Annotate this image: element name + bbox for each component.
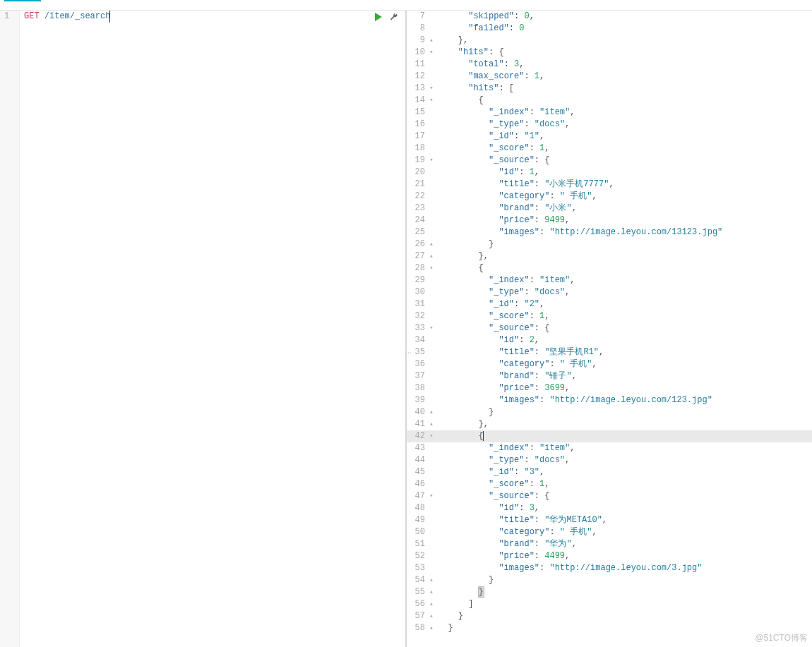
- fold-toggle-icon[interactable]: ▴: [428, 238, 435, 250]
- token-pun: ,: [565, 455, 570, 465]
- token-pun: :: [539, 227, 549, 237]
- token-pun: }: [489, 407, 494, 417]
- code-content: "brand": "小米",: [435, 202, 812, 214]
- token-str: "小米": [544, 203, 571, 213]
- response-line: 35 "title": "坚果手机R1",: [407, 346, 812, 358]
- token-pun: :: [535, 371, 544, 381]
- response-line: 55▴ }: [407, 586, 812, 598]
- fold-toggle-icon[interactable]: ▴: [428, 574, 435, 586]
- response-line: 41▴ },: [407, 418, 812, 430]
- token-pun: :: [524, 287, 534, 297]
- fold-toggle-icon[interactable]: ▾: [428, 155, 435, 167]
- line-number: 31: [407, 298, 428, 310]
- token-num: 3699: [544, 383, 565, 393]
- token-num: 1: [535, 71, 539, 81]
- code-content: "title": "华为META10",: [435, 514, 812, 526]
- fold-toggle-icon: [428, 191, 435, 202]
- split-pane: 1 GET /item/_search ⋮ 7 "skipped": 0,8: [0, 11, 812, 647]
- line-number: 55: [407, 586, 428, 598]
- fold-toggle-icon[interactable]: ▴: [428, 250, 435, 262]
- token-key: "_source": [489, 491, 535, 501]
- response-editor[interactable]: 7 "skipped": 0,8 "failed": 09▴ },10▾ "hi…: [407, 11, 812, 647]
- token-pun: }: [448, 623, 453, 633]
- fold-toggle-icon[interactable]: ▾: [428, 83, 435, 95]
- fold-toggle-icon: [428, 179, 435, 191]
- token-pun: ,: [572, 203, 577, 213]
- token-key: "_id": [489, 467, 514, 477]
- code-content: "failed": 0: [435, 23, 812, 35]
- token-num: 4499: [544, 551, 565, 561]
- fold-toggle-icon: [428, 442, 435, 454]
- response-line: 25 "images": "http://image.leyou.com/131…: [407, 226, 812, 238]
- token-str: "http://image.leyou.com/13123.jpg": [549, 227, 722, 237]
- code-content: },: [435, 250, 812, 262]
- code-content: "images": "http://image.leyou.com/123.jp…: [435, 394, 812, 406]
- fold-toggle-icon[interactable]: ▴: [428, 406, 435, 418]
- fold-toggle-icon[interactable]: ▾: [428, 322, 435, 334]
- token-key: "_id": [489, 131, 514, 141]
- token-pun: ,: [535, 335, 539, 345]
- fold-toggle-icon[interactable]: ▾: [428, 262, 435, 274]
- code-content: "brand": "锤子",: [435, 370, 812, 382]
- response-line: 10▾ "hits": {: [407, 47, 812, 59]
- code-content: "_score": 1,: [435, 143, 812, 155]
- fold-toggle-icon[interactable]: ▴: [428, 622, 435, 634]
- response-line: 14▾ {: [407, 95, 812, 107]
- token-pun: : {: [489, 47, 504, 57]
- response-line: 52 "price": 4499,: [407, 550, 812, 562]
- response-line: 50 "category": " 手机",: [407, 526, 812, 538]
- play-icon[interactable]: [374, 13, 383, 21]
- fold-toggle-icon[interactable]: ▾: [428, 490, 435, 502]
- token-pun: ,: [609, 179, 614, 189]
- token-pun: ,: [539, 131, 544, 141]
- token-pun: :: [549, 527, 559, 537]
- request-editor[interactable]: GET /item/_search: [20, 11, 405, 647]
- response-line: 56▴ ]: [407, 598, 812, 610]
- token-pun: }: [489, 239, 494, 249]
- fold-toggle-icon[interactable]: ▴: [428, 35, 435, 47]
- fold-toggle-icon[interactable]: ▾: [428, 47, 435, 59]
- line-number: 19: [407, 155, 428, 167]
- pane-resize-handle[interactable]: ⋮: [404, 349, 412, 355]
- fold-toggle-icon[interactable]: ▴: [428, 418, 435, 430]
- line-number: 58: [407, 622, 428, 634]
- token-pun: ,: [535, 167, 539, 177]
- code-content: "total": 3,: [435, 59, 812, 71]
- code-content: "_index": "item",: [435, 107, 812, 119]
- code-content: {: [435, 95, 812, 107]
- token-key: "id": [498, 167, 519, 177]
- active-tab-indicator: [4, 0, 41, 1]
- line-number: 33: [407, 322, 428, 334]
- fold-toggle-icon[interactable]: ▾: [428, 95, 435, 107]
- token-pun: :: [530, 107, 539, 117]
- token-pun: :: [519, 167, 529, 177]
- token-key: "hits": [468, 83, 498, 93]
- code-content: }: [435, 406, 812, 418]
- code-content: }: [435, 586, 812, 598]
- code-content: "_type": "docs",: [435, 454, 812, 466]
- token-pun: ,: [570, 107, 575, 117]
- fold-toggle-icon: [428, 334, 435, 346]
- token-pun: ,: [592, 191, 597, 201]
- token-pun: }: [458, 611, 463, 621]
- fold-toggle-icon[interactable]: ▾: [428, 430, 435, 442]
- line-number: 7: [407, 11, 428, 23]
- fold-toggle-icon[interactable]: ▴: [428, 610, 435, 622]
- token-pun: ,: [599, 347, 604, 357]
- token-key: "images": [498, 227, 539, 237]
- line-number: 54: [407, 574, 428, 586]
- line-number: 37: [407, 370, 428, 382]
- response-line: 19▾ "_source": {: [407, 155, 812, 167]
- wrench-icon[interactable]: [390, 13, 398, 21]
- fold-toggle-icon: [428, 310, 435, 322]
- token-pun: : {: [535, 491, 550, 501]
- line-number: 52: [407, 550, 428, 562]
- token-key: "category": [498, 359, 549, 369]
- token-pun: :: [549, 359, 559, 369]
- token-pun: ,: [565, 119, 570, 129]
- code-content: },: [435, 35, 812, 47]
- fold-toggle-icon[interactable]: ▴: [428, 598, 435, 610]
- response-line: 32 "_score": 1,: [407, 310, 812, 322]
- token-key: "_type": [489, 119, 524, 129]
- fold-toggle-icon[interactable]: ▴: [428, 586, 435, 598]
